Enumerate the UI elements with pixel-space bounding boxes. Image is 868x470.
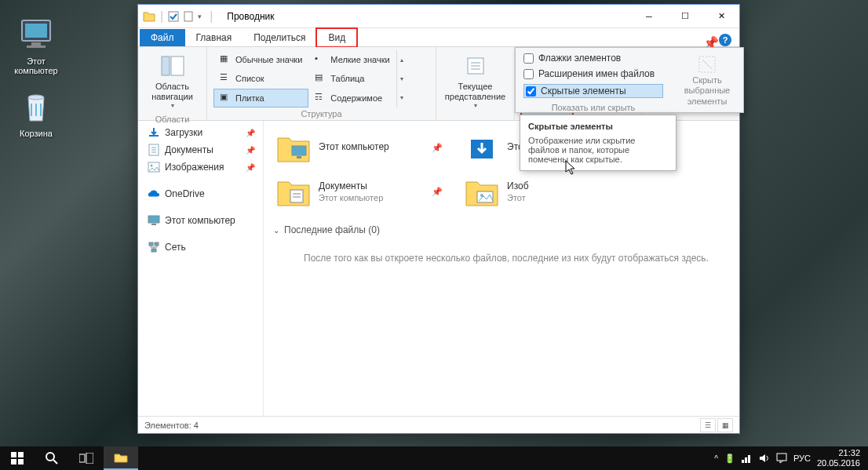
svg-line-42 — [53, 460, 57, 464]
svg-rect-7 — [162, 56, 170, 75]
downloads-icon — [148, 126, 160, 139]
svg-rect-32 — [290, 190, 303, 202]
hide-selected-button: Скрыть выбранные элементы — [671, 48, 743, 112]
layout-medium-icons[interactable]: ▦Обычные значки — [213, 50, 308, 69]
clock[interactable]: 21:32 20.05.2016 — [817, 448, 860, 468]
titlebar[interactable]: | ▾ | Проводник ─ ☐ ✕ — [138, 5, 739, 28]
search-button[interactable] — [35, 446, 69, 470]
ribbon: Область навигации ▾ Области ▦Обычные зна… — [138, 47, 739, 121]
sidebar-item-documents[interactable]: Документы📌 — [144, 141, 263, 158]
svg-rect-39 — [11, 459, 16, 465]
item-checkboxes-toggle[interactable]: Флажки элементов — [523, 53, 663, 64]
current-view-button[interactable]: Текущее представление ▾ — [439, 50, 512, 113]
svg-rect-37 — [11, 452, 16, 457]
folder-tile-documents[interactable]: ДокументыЭтот компьютер 📌 — [273, 169, 446, 213]
sidebar-item-onedrive[interactable]: OneDrive — [144, 185, 263, 202]
pin-icon: 📌 — [246, 146, 260, 155]
desktop-icon-label: Этот компьютер — [14, 56, 57, 75]
recent-files-empty: После того как вы откроете несколько фай… — [273, 243, 739, 273]
tooltip-body: Отображение или скрытие файлов и папок, … — [528, 136, 668, 164]
file-extensions-toggle[interactable]: Расширения имен файлов — [523, 68, 663, 79]
layout-picker[interactable]: ▦Обычные значки ▪Мелкие значки ▴ ☰Список… — [213, 50, 407, 107]
list-icon: ☰ — [220, 72, 232, 85]
tab-file[interactable]: Файл — [140, 29, 185, 46]
checkbox-icon[interactable] — [168, 11, 179, 22]
tab-share[interactable]: Поделиться — [243, 29, 316, 46]
svg-rect-27 — [155, 242, 159, 246]
volume-icon[interactable] — [759, 454, 770, 463]
svg-rect-25 — [151, 224, 156, 225]
hide-selected-icon — [696, 53, 718, 75]
tray-chevron-icon[interactable]: ^ — [714, 454, 718, 463]
sidebar-item-pictures[interactable]: Изображения📌 — [144, 158, 263, 176]
desktop-icon-label: Корзина — [20, 129, 53, 138]
folder-tile-pictures[interactable]: ИзобЭтот 📌 — [461, 169, 532, 213]
doc-icon[interactable] — [184, 11, 193, 22]
pin-icon: 📌 — [246, 129, 260, 137]
svg-rect-1 — [25, 24, 47, 38]
sidebar-item-downloads[interactable]: Загрузки📌 — [144, 124, 263, 141]
medium-icons-icon: ▦ — [220, 53, 232, 66]
svg-rect-45 — [742, 460, 744, 463]
layout-table[interactable]: ▤Таблица — [308, 69, 396, 88]
taskbar[interactable]: ^ 🔋 РУС 21:32 20.05.2016 — [0, 446, 868, 470]
layout-content[interactable]: ☶Содержимое — [308, 89, 396, 107]
svg-rect-8 — [171, 56, 184, 75]
help-icon[interactable]: ? — [719, 34, 731, 46]
sidebar-item-this-pc[interactable]: Этот компьютер — [144, 212, 263, 229]
layout-tiles[interactable]: ▣Плитка — [213, 89, 308, 107]
pin-icon[interactable]: 📌 — [703, 35, 713, 45]
network-icon — [148, 241, 160, 253]
battery-icon[interactable]: 🔋 — [724, 454, 735, 464]
pc-icon — [148, 214, 160, 227]
svg-rect-2 — [31, 42, 41, 46]
layout-list[interactable]: ☰Список — [213, 69, 308, 88]
hidden-items-toggle[interactable]: Скрытые элементы — [523, 84, 663, 98]
tab-view[interactable]: Вид — [316, 28, 357, 47]
pin-icon: 📌 — [432, 187, 443, 197]
close-button[interactable]: ✕ — [703, 5, 739, 28]
svg-rect-3 — [27, 46, 46, 48]
folder-tile-this-pc[interactable]: Этот компьютер 📌 — [273, 126, 446, 169]
action-center-icon[interactable] — [776, 453, 787, 464]
pin-icon: 📌 — [246, 163, 260, 172]
navigation-pane-button[interactable]: Область навигации ▾ — [144, 50, 200, 113]
language-indicator[interactable]: РУС — [793, 454, 811, 463]
start-button[interactable] — [0, 446, 35, 470]
svg-rect-40 — [18, 459, 24, 465]
details-view-button[interactable]: ☰ — [700, 418, 716, 432]
svg-rect-47 — [748, 455, 750, 463]
popup-section-label: Показать или скрыть — [523, 103, 663, 112]
layout-small-icons[interactable]: ▪Мелкие значки — [308, 50, 396, 69]
minimize-button[interactable]: ─ — [631, 5, 667, 28]
desktop-icon-recycle-bin[interactable]: Корзина — [6, 88, 66, 138]
desktop-icon-this-pc[interactable]: Этот компьютер — [6, 16, 66, 75]
chevron-down-icon[interactable]: ▾ — [198, 13, 202, 20]
tab-main[interactable]: Главная — [185, 29, 243, 46]
network-tray-icon[interactable] — [742, 454, 753, 463]
chevron-down-icon: ⌄ — [273, 226, 279, 235]
pc-folder-icon — [276, 130, 311, 165]
explorer-taskbar-button[interactable] — [104, 446, 138, 470]
thumbnails-view-button[interactable]: ▦ — [717, 418, 733, 432]
task-view-button[interactable] — [69, 446, 104, 470]
onedrive-icon — [148, 188, 160, 200]
svg-rect-28 — [151, 249, 156, 252]
pictures-folder-icon — [465, 174, 499, 209]
sidebar-item-network[interactable]: Сеть — [144, 239, 263, 256]
svg-rect-29 — [292, 146, 306, 155]
item-count: Элементов: 4 — [144, 421, 199, 430]
maximize-button[interactable]: ☐ — [667, 5, 703, 28]
hidden-items-tooltip: Скрытые элементы Отображение или скрытие… — [520, 115, 677, 171]
navigation-pane-icon — [160, 53, 185, 78]
recent-files-header[interactable]: ⌄ Последние файлы (0) — [273, 224, 739, 235]
svg-rect-5 — [169, 12, 178, 21]
documents-icon — [148, 144, 160, 156]
pin-icon: 📌 — [432, 143, 443, 153]
svg-rect-48 — [777, 454, 786, 461]
svg-rect-43 — [79, 454, 85, 462]
explorer-window: | ▾ | Проводник ─ ☐ ✕ Файл Главная Подел… — [137, 4, 740, 434]
sidebar[interactable]: Загрузки📌 Документы📌 Изображения📌 OneDri… — [138, 121, 264, 416]
svg-rect-24 — [148, 216, 159, 223]
svg-rect-38 — [18, 452, 24, 457]
